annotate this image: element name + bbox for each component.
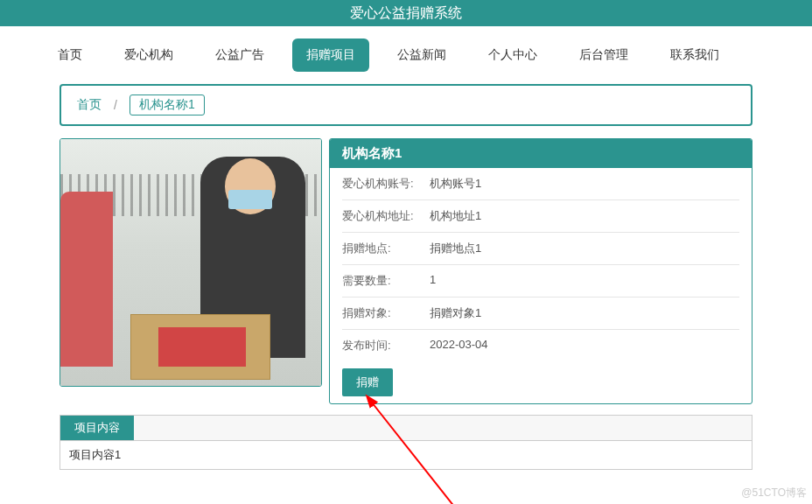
nav-admin[interactable]: 后台管理 bbox=[565, 38, 642, 72]
nav-orgs[interactable]: 爱心机构 bbox=[110, 38, 187, 72]
donate-wrap: 捐赠 bbox=[330, 361, 752, 403]
tab-content[interactable]: 项目内容 bbox=[60, 416, 134, 440]
row-account: 爱心机构账号: 机构账号1 bbox=[342, 168, 739, 200]
main-row: 机构名称1 爱心机构账号: 机构账号1 爱心机构地址: 机构地址1 捐赠地点: … bbox=[60, 138, 752, 404]
main-nav: 首页 爱心机构 公益广告 捐赠项目 公益新闻 个人中心 后台管理 联系我们 bbox=[0, 26, 812, 84]
label-target: 捐赠对象: bbox=[342, 305, 430, 321]
tabs: 项目内容 项目内容1 bbox=[60, 415, 752, 470]
row-target: 捐赠对象: 捐赠对象1 bbox=[342, 298, 739, 330]
label-account: 爱心机构账号: bbox=[342, 176, 430, 192]
row-address: 爱心机构地址: 机构地址1 bbox=[342, 200, 739, 233]
image-placeholder bbox=[60, 139, 321, 386]
watermark: @51CTO博客 bbox=[741, 486, 807, 500]
row-location: 捐赠地点: 捐赠地点1 bbox=[342, 233, 739, 265]
header-bar: 爱心公益捐赠系统 bbox=[0, 0, 812, 26]
tab-body: 项目内容1 bbox=[60, 441, 752, 469]
value-quantity: 1 bbox=[430, 273, 436, 289]
breadcrumb-home[interactable]: 首页 bbox=[77, 97, 102, 113]
nav-news[interactable]: 公益新闻 bbox=[383, 38, 460, 72]
app-title: 爱心公益捐赠系统 bbox=[350, 4, 462, 23]
value-account: 机构账号1 bbox=[430, 176, 481, 192]
row-quantity: 需要数量: 1 bbox=[342, 265, 739, 298]
project-image bbox=[60, 138, 322, 387]
nav-home[interactable]: 首页 bbox=[44, 38, 96, 72]
breadcrumb-sep: / bbox=[114, 98, 117, 112]
donate-button[interactable]: 捐赠 bbox=[342, 368, 393, 396]
breadcrumb-current: 机构名称1 bbox=[130, 94, 205, 116]
nav-ads[interactable]: 公益广告 bbox=[201, 38, 278, 72]
info-title: 机构名称1 bbox=[330, 139, 752, 168]
label-quantity: 需要数量: bbox=[342, 273, 430, 289]
label-address: 爱心机构地址: bbox=[342, 208, 430, 224]
breadcrumb: 首页 / 机构名称1 bbox=[60, 84, 752, 126]
info-table: 爱心机构账号: 机构账号1 爱心机构地址: 机构地址1 捐赠地点: 捐赠地点1 … bbox=[330, 168, 752, 361]
value-date: 2022-03-04 bbox=[430, 338, 488, 354]
row-date: 发布时间: 2022-03-04 bbox=[342, 330, 739, 361]
nav-projects[interactable]: 捐赠项目 bbox=[292, 38, 369, 72]
nav-contact[interactable]: 联系我们 bbox=[656, 38, 733, 72]
value-target: 捐赠对象1 bbox=[430, 305, 481, 321]
value-address: 机构地址1 bbox=[430, 208, 481, 224]
info-panel: 机构名称1 爱心机构账号: 机构账号1 爱心机构地址: 机构地址1 捐赠地点: … bbox=[329, 138, 752, 404]
nav-personal[interactable]: 个人中心 bbox=[474, 38, 551, 72]
value-location: 捐赠地点1 bbox=[430, 241, 481, 256]
label-location: 捐赠地点: bbox=[342, 241, 430, 256]
tab-header: 项目内容 bbox=[60, 416, 752, 441]
content-area: 首页 / 机构名称1 机构名称1 爱心机构账号: 机构账号1 bbox=[0, 84, 812, 470]
label-date: 发布时间: bbox=[342, 338, 430, 354]
